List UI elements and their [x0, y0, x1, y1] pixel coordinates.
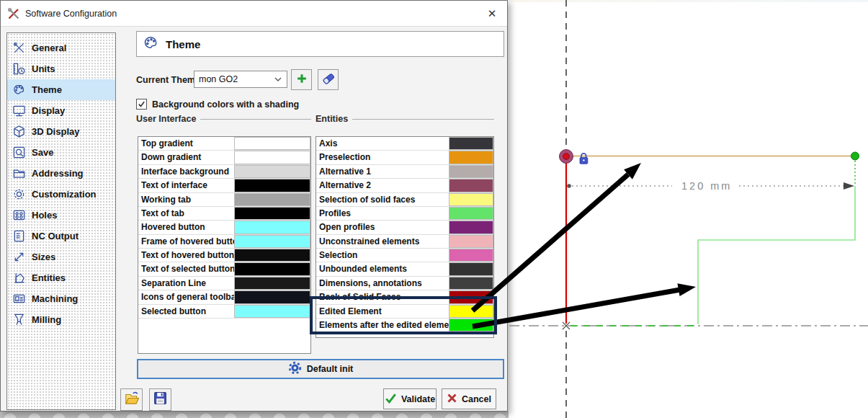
validate-button[interactable]: Validate: [383, 388, 437, 409]
color-swatch[interactable]: [449, 165, 493, 178]
color-row-axis[interactable]: Axis: [316, 137, 493, 151]
color-row-label: Hovered button: [138, 221, 234, 234]
sidebar-item-3d-display[interactable]: 3D Display: [7, 121, 115, 142]
color-swatch[interactable]: [234, 151, 310, 164]
titlebar[interactable]: Software Configuration: [1, 1, 507, 27]
color-swatch[interactable]: [449, 235, 493, 248]
elements-after-edited-profile[interactable]: [698, 186, 855, 324]
color-row-label: Elements after the edited element: [316, 319, 449, 332]
color-swatch[interactable]: [449, 290, 493, 303]
delete-theme-button[interactable]: [318, 69, 339, 90]
sidebar-item-holes[interactable]: Holes: [7, 205, 115, 226]
checkbox-checked-icon[interactable]: [136, 99, 147, 110]
color-swatch[interactable]: [449, 193, 493, 206]
color-row-text-of-hovered-button[interactable]: Text of hovered button: [138, 249, 310, 262]
sidebar-item-label: Units: [32, 63, 55, 74]
color-row-unconstrained-elements[interactable]: Unconstrained elements: [316, 235, 493, 249]
sidebar-item-entities[interactable]: Entities: [7, 267, 115, 288]
color-swatch[interactable]: [449, 179, 493, 192]
sidebar-item-label: Entities: [32, 272, 66, 283]
color-swatch[interactable]: [234, 249, 310, 262]
color-row-preselection[interactable]: Preselection: [316, 151, 493, 164]
open-file-button[interactable]: [120, 388, 143, 411]
sidebar-item-general[interactable]: General: [7, 37, 115, 58]
color-swatch[interactable]: [234, 221, 310, 234]
sizes-icon: [12, 250, 26, 264]
check-icon: [385, 393, 397, 406]
color-row-label: Open profiles: [316, 221, 449, 234]
color-row-alternative-2[interactable]: Alternative 2: [316, 179, 493, 192]
color-row-text-of-selected-button[interactable]: Text of selected button: [138, 262, 310, 276]
color-swatch[interactable]: [234, 235, 310, 248]
color-row-text-of-tab[interactable]: Text of tab: [138, 207, 310, 221]
color-swatch[interactable]: [234, 207, 310, 220]
color-row-elements-after-the-edited-element[interactable]: Elements after the edited element: [316, 319, 493, 332]
sidebar-item-label: Addressing: [32, 168, 84, 179]
color-swatch[interactable]: [449, 305, 493, 318]
color-swatch[interactable]: [449, 137, 493, 150]
close-button[interactable]: ✕: [481, 4, 503, 24]
save-file-button[interactable]: [149, 388, 171, 411]
color-row-unbounded-elements[interactable]: Unbounded elements: [316, 262, 493, 276]
color-swatch[interactable]: [234, 193, 310, 206]
color-swatch[interactable]: [449, 207, 493, 220]
current-theme-select[interactable]: mon GO2: [194, 71, 287, 88]
color-row-label: Icons of general toolbar: [138, 290, 234, 303]
color-row-selection-of-solid-faces[interactable]: Selection of solid faces: [316, 193, 493, 207]
sidebar-item-nc-output[interactable]: NC Output: [7, 226, 115, 246]
color-swatch[interactable]: [234, 137, 310, 150]
color-row-down-gradient[interactable]: Down gradient: [138, 151, 310, 164]
color-row-frame-of-hovered-button[interactable]: Frame of hovered button: [138, 235, 310, 249]
sidebar-item-units[interactable]: Units: [7, 58, 115, 79]
color-swatch[interactable]: [449, 151, 493, 164]
color-row-label: Top gradient: [138, 137, 234, 150]
sidebar-item-milling[interactable]: Milling: [7, 309, 115, 330]
start-point[interactable]: [563, 154, 570, 160]
color-row-label: Preselection: [316, 151, 449, 164]
sidebar-item-customization[interactable]: Customization: [7, 184, 115, 205]
color-row-text-of-interface[interactable]: Text of interface: [138, 179, 310, 192]
color-row-hovered-button[interactable]: Hovered button: [138, 221, 310, 234]
color-swatch[interactable]: [449, 262, 493, 275]
color-swatch[interactable]: [449, 221, 493, 234]
color-row-edited-element[interactable]: Edited Element: [316, 305, 493, 319]
color-row-profiles[interactable]: Profiles: [316, 207, 493, 221]
color-row-top-gradient[interactable]: Top gradient: [138, 137, 310, 151]
add-theme-button[interactable]: [291, 69, 312, 90]
color-row-working-tab[interactable]: Working tab: [138, 193, 310, 207]
sidebar-item-machining[interactable]: Machining: [7, 288, 115, 309]
color-swatch[interactable]: [234, 165, 310, 178]
color-row-selection[interactable]: Selection: [316, 249, 493, 262]
color-row-icons-of-general-toolbar[interactable]: Icons of general toolbar: [138, 290, 310, 304]
color-row-alternative-1[interactable]: Alternative 1: [316, 165, 493, 179]
color-swatch[interactable]: [234, 290, 310, 303]
color-swatch[interactable]: [449, 319, 493, 332]
color-row-interface-background[interactable]: Interface background: [138, 165, 310, 179]
color-swatch[interactable]: [234, 305, 310, 318]
color-row-back-of-solid-faces[interactable]: Back of Solid Faces: [316, 290, 493, 304]
sidebar-item-save[interactable]: Save: [7, 142, 115, 163]
color-row-label: Selection of solid faces: [316, 193, 449, 206]
sidebar-item-display[interactable]: Display: [7, 100, 115, 121]
lock-icon: [580, 154, 588, 164]
sidebar-item-theme[interactable]: Theme: [7, 79, 115, 100]
window-title: Software Configuration: [25, 9, 117, 19]
color-swatch[interactable]: [234, 277, 310, 290]
default-init-button[interactable]: Default init: [137, 359, 504, 379]
color-swatch[interactable]: [449, 249, 493, 262]
color-row-selected-button[interactable]: Selected button: [138, 305, 310, 319]
gear-icon: [288, 361, 302, 377]
cancel-button[interactable]: Cancel: [442, 388, 496, 409]
start-point-ring[interactable]: [560, 150, 573, 164]
color-row-dimensions-annotations[interactable]: Dimensions, annotations: [316, 277, 493, 290]
color-swatch[interactable]: [234, 262, 310, 275]
sidebar: GeneralUnitsThemeDisplay3D DisplaySaveAd…: [6, 32, 116, 410]
end-point[interactable]: [851, 152, 859, 160]
color-row-open-profiles[interactable]: Open profiles: [316, 221, 493, 234]
color-swatch[interactable]: [449, 277, 493, 290]
sidebar-item-addressing[interactable]: Addressing: [7, 163, 115, 184]
color-swatch[interactable]: [234, 179, 310, 192]
color-row-separation-line[interactable]: Separation Line: [138, 277, 310, 290]
sidebar-item-sizes[interactable]: Sizes: [7, 246, 115, 267]
background-shading-checkbox-row[interactable]: Background colors with a shading: [136, 99, 299, 110]
